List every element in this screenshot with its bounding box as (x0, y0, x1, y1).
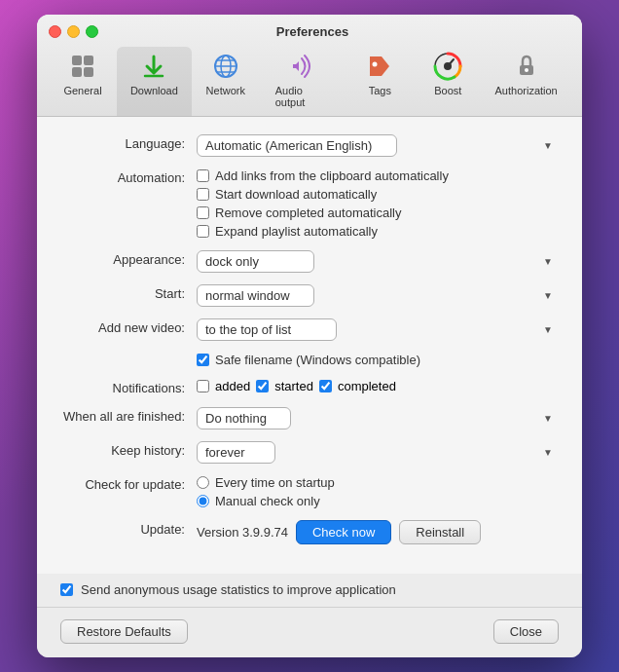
keep-history-label: Keep history: (60, 441, 197, 458)
anonymous-checkbox[interactable] (60, 583, 73, 596)
automation-checkbox-1[interactable] (197, 188, 209, 201)
check-every-startup-row: Every time on startup (197, 475, 559, 490)
check-manual-label: Manual check only (215, 494, 320, 508)
check-update-row: Check for update: Every time on startup … (60, 475, 559, 508)
when-finished-select-wrapper: Do nothing Quit Sleep ▼ (197, 407, 559, 429)
notification-completed-checkbox[interactable] (319, 380, 332, 392)
notifications-label: Notifications: (60, 379, 197, 395)
automation-item-1: Start download automatically (197, 187, 559, 202)
language-label: Language: (60, 134, 197, 151)
start-select-wrapper: normal window minimized ▼ (197, 284, 559, 307)
network-icon (210, 51, 241, 82)
language-row: Language: Automatic (American English) ▼ (60, 134, 559, 157)
safe-filename-spacer (60, 353, 197, 355)
check-manual-radio[interactable] (197, 495, 209, 507)
auth-icon (511, 51, 542, 82)
notifications-row: Notifications: added started completed (60, 379, 559, 395)
check-now-button[interactable]: Check now (296, 520, 391, 544)
add-new-video-select[interactable]: to the top of list to the bottom of list (197, 318, 337, 341)
keep-history-control: forever 1 day 1 week 1 month ▼ (197, 441, 559, 464)
reinstall-button[interactable]: Reinstall (399, 520, 481, 544)
keep-history-select-wrapper: forever 1 day 1 week 1 month ▼ (197, 441, 559, 464)
update-label: Update: (60, 520, 197, 537)
general-tab-label: General (63, 85, 101, 96)
audio-icon (287, 51, 318, 82)
automation-checkbox-2[interactable] (197, 206, 209, 219)
when-finished-control: Do nothing Quit Sleep ▼ (197, 407, 559, 429)
svg-rect-3 (84, 67, 93, 77)
automation-item-1-label: Start download automatically (215, 187, 377, 202)
add-new-video-label: Add new video: (60, 318, 197, 335)
audio-tab-label: Audio output (275, 85, 331, 108)
notification-added-label: added (215, 379, 250, 393)
tab-audio[interactable]: Audio output (260, 47, 346, 116)
general-icon (67, 51, 98, 82)
automation-checkbox-0[interactable] (197, 169, 209, 182)
start-row: Start: normal window minimized ▼ (60, 284, 559, 307)
appearance-select-arrow: ▼ (543, 256, 553, 267)
tab-general[interactable]: General (49, 47, 117, 116)
when-finished-select[interactable]: Do nothing Quit Sleep (197, 407, 291, 429)
notifications-control: added started completed (197, 379, 559, 393)
tab-download[interactable]: Download (117, 47, 192, 116)
start-control: normal window minimized ▼ (197, 284, 559, 307)
network-tab-label: Network (206, 85, 245, 96)
safe-filename-control: Safe filename (Windows compatible) (197, 353, 559, 367)
close-button[interactable]: Close (493, 619, 559, 644)
language-select[interactable]: Automatic (American English) (197, 134, 397, 157)
automation-checkbox-3[interactable] (197, 225, 209, 238)
tab-boost[interactable]: Boost (414, 47, 482, 116)
notification-started-checkbox[interactable] (256, 380, 269, 392)
svg-rect-2 (72, 67, 82, 77)
start-select[interactable]: normal window minimized (197, 284, 314, 307)
automation-control: Add links from the clipboard automatical… (197, 168, 559, 239)
when-finished-row: When all are finished: Do nothing Quit S… (60, 407, 559, 429)
check-manual-row: Manual check only (197, 494, 559, 508)
automation-item-0: Add links from the clipboard automatical… (197, 168, 559, 183)
update-inline: Version 3.9.9.74 Check now Reinstall (197, 520, 559, 544)
notification-completed-label: completed (338, 379, 396, 393)
update-row: Update: Version 3.9.9.74 Check now Reins… (60, 520, 559, 544)
download-tab-label: Download (130, 85, 178, 96)
restore-defaults-button[interactable]: Restore Defaults (60, 619, 188, 644)
start-label: Start: (60, 284, 197, 301)
safe-filename-checkbox-row: Safe filename (Windows compatible) (197, 353, 559, 367)
automation-row: Automation: Add links from the clipboard… (60, 168, 559, 239)
when-finished-select-arrow: ▼ (543, 413, 553, 424)
download-icon (138, 51, 169, 82)
window-title: Preferences (55, 24, 570, 39)
language-select-wrapper: Automatic (American English) ▼ (197, 134, 559, 157)
tab-network[interactable]: Network (192, 47, 260, 116)
automation-item-3: Expand playlist automatically (197, 224, 559, 239)
safe-filename-row: Safe filename (Windows compatible) (60, 353, 559, 367)
appearance-select-wrapper: dock only normal window ▼ (197, 250, 559, 273)
svg-rect-1 (84, 56, 93, 65)
titlebar: Preferences General (37, 15, 582, 117)
tab-authorization[interactable]: Authorization (482, 47, 570, 116)
automation-item-2: Remove completed automatically (197, 205, 559, 220)
auth-tab-label: Authorization (495, 85, 558, 96)
tab-tags[interactable]: Tags (346, 47, 414, 116)
version-text: Version 3.9.9.74 (197, 525, 288, 540)
appearance-label: Appearance: (60, 250, 197, 267)
check-every-startup-radio[interactable] (197, 476, 209, 489)
add-new-video-row: Add new video: to the top of list to the… (60, 318, 559, 341)
automation-label: Automation: (60, 168, 197, 185)
keep-history-row: Keep history: forever 1 day 1 week 1 mon… (60, 441, 559, 464)
check-every-startup-label: Every time on startup (215, 475, 335, 490)
toolbar: General Download (49, 47, 570, 116)
check-update-label: Check for update: (60, 475, 197, 492)
automation-item-0-label: Add links from the clipboard automatical… (215, 168, 449, 183)
notification-started-label: started (274, 379, 313, 393)
automation-item-2-label: Remove completed automatically (215, 205, 401, 220)
appearance-row: Appearance: dock only normal window ▼ (60, 250, 559, 273)
notification-added-checkbox[interactable] (197, 380, 209, 392)
boost-icon (432, 51, 463, 82)
safe-filename-label: Safe filename (Windows compatible) (215, 353, 420, 367)
safe-filename-checkbox[interactable] (197, 354, 209, 366)
language-control: Automatic (American English) ▼ (197, 134, 559, 157)
preferences-window: Preferences General (37, 15, 582, 657)
add-new-video-select-arrow: ▼ (543, 324, 553, 335)
appearance-select[interactable]: dock only normal window (197, 250, 314, 273)
keep-history-select[interactable]: forever 1 day 1 week 1 month (197, 441, 275, 464)
